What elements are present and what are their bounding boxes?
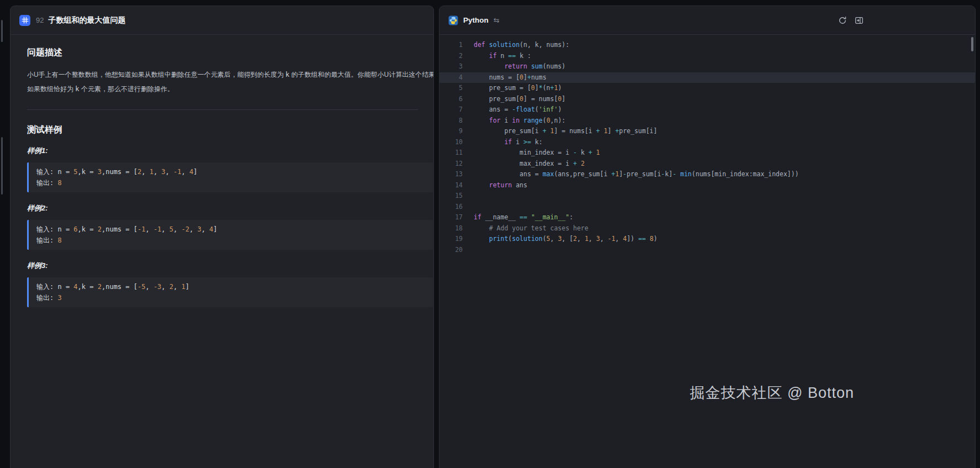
description-line: 小U手上有一个整数数组，他想知道如果从数组中删除任意一个元素后，能得到的长度为 … (27, 67, 418, 82)
line-number: 9 (439, 126, 463, 137)
code-line[interactable]: 19 print(solution(5, 3, [2, 1, 3, -1, 4]… (439, 234, 975, 245)
code-line[interactable]: 10 if i >= k: (439, 137, 975, 148)
code-line[interactable]: 6 pre_sum[0] = nums[0] (439, 94, 975, 105)
samples-list: 样例1:输入: n = 5,k = 3,nums = [2, 1, 3, -1,… (27, 146, 418, 307)
sample-block: 输入: n = 5,k = 3,nums = [2, 1, 3, -1, 4]输… (27, 162, 433, 192)
code-text: nums = [0]+nums (463, 72, 975, 83)
line-number: 16 (439, 202, 463, 213)
code-text: pre_sum = [0]*(n+1) (463, 83, 975, 94)
code-line[interactable]: 16 (439, 202, 975, 213)
sample-line: 输入: n = 4,k = 2,nums = [-5, -3, 2, 1] (36, 281, 425, 292)
sample-line: 输出: 8 (36, 177, 425, 188)
code-text: pre_sum[i + 1] = nums[i + 1] +pre_sum[i] (463, 126, 975, 137)
code-line[interactable]: 14 return ans (439, 180, 975, 191)
section-divider (27, 109, 418, 110)
samples-heading: 测试样例 (27, 124, 418, 136)
code-text: if i >= k: (463, 137, 975, 148)
code-text: min_index = i - k + 1 (463, 148, 975, 159)
problem-title: 子数组和的最大值问题 (48, 15, 125, 25)
code-line[interactable]: 7 ans = -float('inf') (439, 104, 975, 115)
line-number: 11 (439, 148, 463, 159)
sample-label: 样例1: (27, 146, 418, 156)
problem-body: 问题描述 小U手上有一个整数数组，他想知道如果从数组中删除任意一个元素后，能得到… (10, 35, 433, 307)
code-line[interactable]: 5 pre_sum = [0]*(n+1) (439, 83, 975, 94)
code-line[interactable]: 1def solution(n, k, nums): (439, 40, 975, 51)
code-text (463, 191, 975, 202)
sample-label: 样例3: (27, 261, 418, 271)
watermark: 掘金技术社区 @ Botton (690, 383, 854, 403)
line-number: 2 (439, 51, 463, 62)
scrollbar-thumb[interactable] (1, 137, 3, 194)
line-number: 1 (439, 40, 463, 51)
line-number: 12 (439, 159, 463, 170)
code-text: print(solution(5, 3, [2, 1, 3, -1, 4]) =… (463, 234, 975, 245)
problem-panel: 92 子数组和的最大值问题 问题描述 小U手上有一个整数数组，他想知道如果从数组… (10, 6, 434, 468)
refresh-code-icon[interactable] (838, 15, 847, 25)
line-number: 4 (439, 72, 463, 83)
scrollbar-thumb[interactable] (1, 20, 3, 42)
code-text: for i in range(0,n): (463, 115, 975, 127)
sample-line: 输出: 8 (36, 235, 425, 246)
sample-label: 样例2: (27, 203, 418, 213)
line-number: 3 (439, 61, 463, 72)
window-scrollbar[interactable] (1, 0, 3, 468)
line-number: 7 (439, 104, 463, 115)
code-line[interactable]: 3 return sum(nums) (439, 61, 975, 72)
sample-line: 输出: 3 (36, 292, 425, 303)
split-panel-icon[interactable] (854, 15, 864, 25)
description-heading: 问题描述 (27, 47, 418, 59)
code-line[interactable]: 13 ans = max(ans,pre_sum[i +1]-pre_sum[i… (439, 169, 975, 180)
code-line[interactable]: 20 (439, 245, 975, 256)
sample-line: 输入: n = 6,k = 2,nums = [-1, -1, 5, -2, 3… (36, 224, 425, 235)
code-line[interactable]: 15 (439, 191, 975, 202)
sample-block: 输入: n = 4,k = 2,nums = [-5, -3, 2, 1]输出:… (27, 277, 433, 307)
line-number: 6 (439, 94, 463, 105)
code-text: return ans (463, 180, 975, 191)
line-number: 13 (439, 169, 463, 180)
description-line: 如果数组恰好为 k 个元素，那么不进行删除操作。 (27, 82, 418, 96)
code-line[interactable]: 4 nums = [0]+nums (439, 72, 975, 83)
editor-panel: Python ⇆ 1def solution(n, k, nums):2 if … (439, 6, 976, 468)
code-line[interactable]: 12 max_index = i + 2 (439, 159, 975, 170)
line-number: 14 (439, 180, 463, 191)
code-text (463, 202, 975, 213)
code-text (463, 245, 975, 256)
code-text: pre_sum[0] = nums[0] (463, 94, 975, 105)
line-number: 18 (439, 223, 463, 234)
problem-number: 92 (36, 16, 44, 24)
code-line[interactable]: 17if __name__ == "__main__": (439, 212, 975, 223)
code-text: if __name__ == "__main__": (463, 212, 975, 223)
line-number: 8 (439, 115, 463, 127)
code-text: ans = -float('inf') (463, 104, 975, 115)
problem-grid-icon (19, 15, 30, 26)
language-label[interactable]: Python (463, 16, 489, 24)
line-number: 19 (439, 234, 463, 245)
code-text: def solution(n, k, nums): (463, 40, 975, 51)
code-text: return sum(nums) (463, 61, 975, 72)
code-line[interactable]: 9 pre_sum[i + 1] = nums[i + 1] +pre_sum[… (439, 126, 975, 137)
python-icon (448, 15, 458, 25)
line-number: 20 (439, 245, 463, 256)
line-number: 15 (439, 191, 463, 202)
problem-header: 92 子数组和的最大值问题 (10, 6, 433, 35)
line-number: 10 (439, 137, 463, 148)
problem-description: 小U手上有一个整数数组，他想知道如果从数组中删除任意一个元素后，能得到的长度为 … (27, 67, 418, 96)
editor-scrollbar[interactable] (971, 37, 973, 51)
code-text: max_index = i + 2 (463, 159, 975, 170)
code-text: ans = max(ans,pre_sum[i +1]-pre_sum[i-k]… (463, 169, 975, 180)
editor-header: Python ⇆ (439, 6, 975, 35)
code-editor[interactable]: 1def solution(n, k, nums):2 if n == k :3… (439, 35, 975, 255)
sample-block: 输入: n = 6,k = 2,nums = [-1, -1, 5, -2, 3… (27, 220, 433, 250)
code-line[interactable]: 18 # Add your test cases here (439, 223, 975, 234)
workspace: 92 子数组和的最大值问题 问题描述 小U手上有一个整数数组，他想知道如果从数组… (0, 0, 980, 468)
line-number: 5 (439, 83, 463, 94)
code-text: if n == k : (463, 51, 975, 62)
code-line[interactable]: 8 for i in range(0,n): (439, 115, 975, 127)
code-line[interactable]: 11 min_index = i - k + 1 (439, 148, 975, 159)
code-line[interactable]: 2 if n == k : (439, 51, 975, 62)
language-switch-icon[interactable]: ⇆ (494, 16, 500, 24)
line-number: 17 (439, 212, 463, 223)
sample-line: 输入: n = 5,k = 3,nums = [2, 1, 3, -1, 4] (36, 166, 425, 177)
code-text: # Add your test cases here (463, 223, 975, 234)
